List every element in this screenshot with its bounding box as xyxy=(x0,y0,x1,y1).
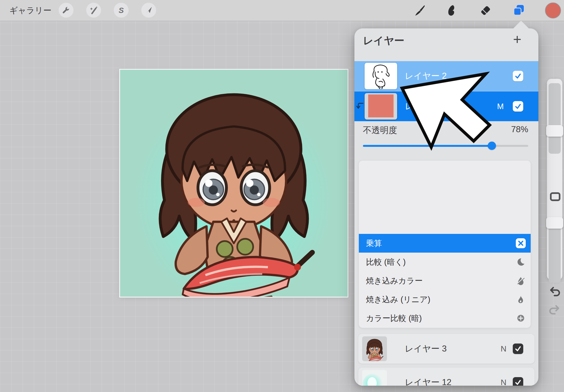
top-toolbar: ギャラリー S xyxy=(0,0,564,21)
layer-thumbnail-glow xyxy=(362,370,387,386)
layer-row-12[interactable]: レイヤー 12 N xyxy=(358,367,535,386)
blend-mode-darker-color[interactable]: カラー比較 (暗) xyxy=(359,309,531,328)
clipping-mask-icon xyxy=(356,102,364,110)
plus-circle-icon xyxy=(516,313,526,323)
layer-thumbnail-color xyxy=(365,93,397,120)
check-icon xyxy=(514,345,522,352)
opacity-label: 不透明度 xyxy=(363,125,397,136)
blend-mode-badge[interactable]: N xyxy=(501,334,506,364)
check-icon xyxy=(514,379,522,386)
layers-icon xyxy=(513,4,525,17)
svg-text:S: S xyxy=(119,6,124,15)
layer-visibility-checkbox[interactable] xyxy=(513,377,523,386)
layer-thumbnail-sketch xyxy=(365,63,397,89)
layer-thumbnail-character xyxy=(362,336,387,361)
blend-mode-darken[interactable]: 比較 (暗く) xyxy=(359,253,531,271)
selection-s-icon: S xyxy=(117,6,125,15)
blend-mode-label: 乗算 xyxy=(366,234,382,253)
procreate-workspace: { "top_bar": { "gallery_label": "ギャラリー",… xyxy=(0,0,564,392)
wrench-icon xyxy=(62,6,70,15)
check-icon xyxy=(514,72,522,80)
crescent-moon-icon xyxy=(516,257,526,267)
layer-name: レイヤー 12 xyxy=(405,367,451,386)
layers-panel-title: レイヤー xyxy=(363,34,405,48)
gallery-button[interactable]: ギャラリー xyxy=(9,0,51,21)
undo-button[interactable] xyxy=(549,285,561,298)
selection-button[interactable]: S xyxy=(114,3,129,18)
blend-mode-linear-burn[interactable]: 焼き込み (リニア) xyxy=(359,290,531,309)
layer-visibility-checkbox[interactable] xyxy=(513,101,523,112)
transform-arrow-icon xyxy=(145,6,153,14)
layers-tool-button[interactable] xyxy=(512,4,526,17)
layer-row-3[interactable]: レイヤー 3 N xyxy=(358,334,535,364)
color-swatch-button[interactable] xyxy=(545,2,561,18)
blend-mode-label: カラー比較 (暗) xyxy=(366,309,422,328)
blend-mode-badge[interactable]: M xyxy=(497,91,504,121)
redo-button[interactable] xyxy=(549,304,561,316)
multiply-x-icon xyxy=(516,238,526,248)
blend-mode-color-burn[interactable]: 焼き込みカラー xyxy=(359,271,531,290)
actions-button[interactable] xyxy=(59,3,74,18)
brush-icon xyxy=(414,4,426,17)
blend-mode-label: 比較 (暗く) xyxy=(366,253,406,271)
layer-visibility-checkbox[interactable] xyxy=(513,344,523,354)
brush-size-handle[interactable] xyxy=(546,125,563,137)
adjustments-button[interactable] xyxy=(86,3,101,18)
check-icon xyxy=(514,103,522,110)
magic-wand-icon xyxy=(89,6,98,15)
blend-mode-multiply[interactable]: 乗算 xyxy=(359,234,531,253)
redo-icon xyxy=(549,304,560,315)
flame-icon xyxy=(516,294,526,304)
layer-visibility-checkbox[interactable] xyxy=(513,71,523,81)
blend-mode-label: 焼き込み (リニア) xyxy=(366,290,430,309)
blend-mode-label: 焼き込みカラー xyxy=(366,271,423,290)
eraser-tool-button[interactable] xyxy=(479,4,492,17)
blend-mode-list: 乗算 比較 (暗く) 焼き込みカラー xyxy=(359,161,531,328)
brush-size-slider[interactable] xyxy=(549,83,561,154)
opacity-value: 78% xyxy=(511,125,528,134)
eraser-icon xyxy=(479,4,492,17)
brush-opacity-handle[interactable] xyxy=(546,217,563,229)
transform-button[interactable] xyxy=(141,3,156,18)
layer-name: レイヤー 3 xyxy=(405,334,447,364)
sidebar-controls xyxy=(547,79,562,280)
undo-icon xyxy=(549,286,560,297)
modify-button[interactable] xyxy=(550,192,560,201)
smudge-tool-button[interactable] xyxy=(444,4,458,17)
pointer-cursor xyxy=(399,71,495,156)
blend-mode-badge[interactable]: N xyxy=(501,367,506,386)
thumbnail-fill xyxy=(368,94,394,117)
smudge-finger-icon xyxy=(445,4,457,17)
droplet-slash-icon xyxy=(516,276,526,286)
canvas-artboard[interactable] xyxy=(120,70,348,297)
brush-tool-button[interactable] xyxy=(413,4,427,17)
canvas-artwork xyxy=(120,70,348,297)
panel-pointer-tail xyxy=(513,21,529,29)
add-layer-button[interactable]: + xyxy=(513,31,521,48)
